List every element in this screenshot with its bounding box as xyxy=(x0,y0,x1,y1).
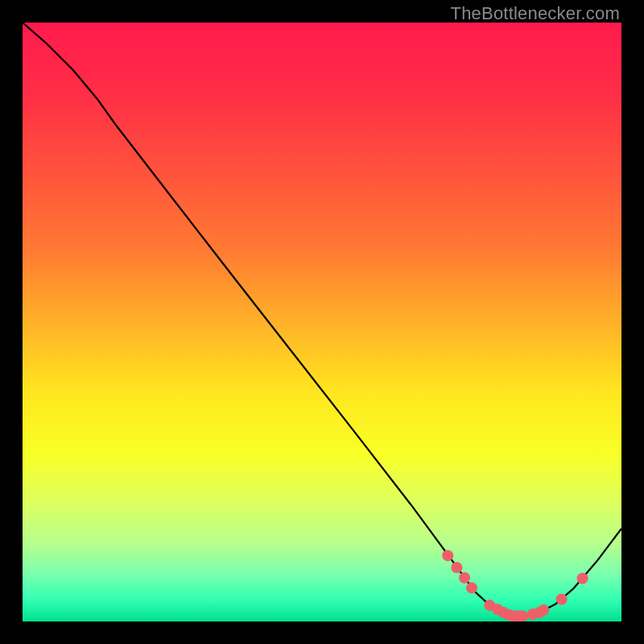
watermark-text: TheBottlenecker.com xyxy=(451,3,620,24)
data-marker xyxy=(459,572,470,584)
data-marker xyxy=(538,605,549,616)
data-marker xyxy=(466,582,477,593)
chart-plot-area xyxy=(23,23,621,621)
data-marker xyxy=(577,572,588,584)
data-marker xyxy=(451,562,462,573)
chart-svg xyxy=(23,23,621,621)
data-marker xyxy=(442,550,453,561)
data-marker xyxy=(556,593,568,605)
data-marker xyxy=(517,610,528,621)
gradient-background xyxy=(23,23,621,621)
